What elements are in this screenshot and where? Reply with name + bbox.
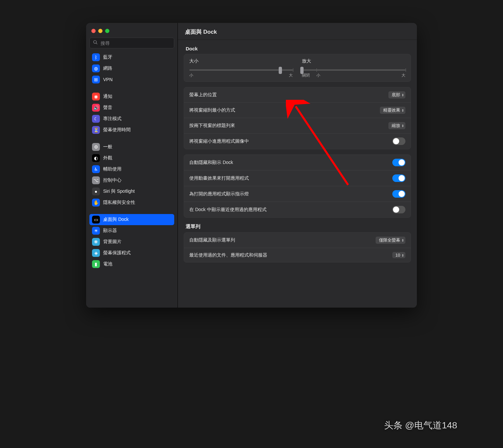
sidebar-item-label: 電池 — [103, 261, 112, 267]
sidebar: ᛒ藍牙◍網路⊞VPN◉通知🔊聲音☾專注模式⏳螢幕使用時間⚙一般◐外觀♿︎輔助使用… — [86, 23, 178, 308]
row-autohide: 自動隱藏和顯示 Dock — [184, 155, 411, 170]
autohide-label: 自動隱藏和顯示 Dock — [189, 160, 392, 166]
row-dblclick: 按兩下視窗的標題列來 縮放 ▴▾ — [184, 118, 411, 133]
magnification-slider[interactable] — [302, 69, 405, 71]
search-input[interactable] — [101, 41, 171, 46]
sidebar-item-icon: ▮ — [92, 260, 100, 268]
mag-slider-thumb[interactable] — [300, 67, 304, 74]
sidebar-item[interactable]: ⌥控制中心 — [89, 175, 174, 186]
sidebar-item[interactable]: ▮電池 — [89, 259, 174, 270]
chevron-updown-icon: ▴▾ — [401, 238, 404, 242]
sidebar-item[interactable]: ♿︎輔助使用 — [89, 164, 174, 175]
sidebar-item-icon: ⏳ — [92, 126, 100, 134]
window-controls — [89, 27, 174, 38]
sidebar-item-label: 螢幕使用時間 — [103, 127, 131, 133]
main-body: Dock 大小 小 大 — [178, 40, 417, 308]
section-dock: Dock — [184, 40, 411, 54]
size-min: 小 — [189, 73, 193, 78]
sidebar-item-label: 顯示器 — [103, 228, 117, 234]
sidebar-item-label: 桌面與 Dock — [103, 217, 129, 223]
size-max: 大 — [289, 73, 293, 78]
sidebar-item-icon: 🔊 — [92, 104, 100, 112]
recent-label: 在 Dock 中顯示最近使用過的應用程式 — [189, 207, 392, 213]
main-panel: 桌面與 Dock Dock 大小 小 大 — [178, 23, 417, 308]
minimize-button[interactable] — [98, 29, 102, 33]
sidebar-item[interactable]: ◍網路 — [89, 63, 174, 74]
into-icon-toggle[interactable] — [392, 137, 405, 145]
position-value: 底部 — [392, 92, 400, 98]
search-field[interactable] — [89, 38, 174, 48]
recent-docs-select[interactable]: 10 ▴▾ — [392, 252, 405, 258]
sidebar-item-icon: ♿︎ — [92, 165, 100, 173]
sidebar-item[interactable]: 🔊聲音 — [89, 102, 174, 113]
row-minimize: 將視窗縮到最小的方式 精靈效果 ▴▾ — [184, 102, 411, 118]
minimize-label: 將視窗縮到最小的方式 — [189, 107, 380, 113]
sidebar-item-label: 輔助使用 — [103, 166, 121, 172]
sidebar-item-label: 背景圖片 — [103, 239, 121, 245]
watermark: 头条 @电气道148 — [384, 419, 457, 432]
menubar-hide-value: 僅限全螢幕 — [379, 237, 400, 243]
sidebar-item[interactable]: ᛒ藍牙 — [89, 52, 174, 63]
close-button[interactable] — [91, 29, 96, 33]
sidebar-item-label: 一般 — [103, 144, 112, 150]
animate-toggle[interactable] — [392, 174, 405, 182]
mag-min: 小 — [316, 73, 320, 78]
sidebar-item-label: 藍牙 — [103, 54, 112, 60]
chevron-updown-icon: ▴▾ — [401, 123, 404, 128]
sidebar-item-icon: ᛒ — [92, 53, 100, 61]
sidebar-item[interactable]: ⊞VPN — [89, 74, 174, 85]
row-position: 螢幕上的位置 底部 ▴▾ — [184, 87, 411, 102]
sidebar-item[interactable]: ●Siri 與 Spotlight — [89, 186, 174, 197]
sidebar-item-label: Siri 與 Spotlight — [103, 188, 135, 194]
dock-options-panel: 螢幕上的位置 底部 ▴▾ 將視窗縮到最小的方式 精靈效果 ▴▾ 按兩下視窗的標題… — [184, 87, 411, 149]
row-animate: 使用動畫效果來打開應用程式 — [184, 170, 411, 186]
dblclick-select[interactable]: 縮放 ▴▾ — [388, 122, 405, 129]
sidebar-item[interactable]: ▭桌面與 Dock — [89, 214, 174, 225]
sidebar-item[interactable]: ⚙一般 — [89, 141, 174, 152]
sidebar-item[interactable]: ◈螢幕保護程式 — [89, 247, 174, 259]
sidebar-item[interactable]: ⏳螢幕使用時間 — [89, 124, 174, 135]
sidebar-item[interactable]: ❋背景圖片 — [89, 236, 174, 247]
mag-off: 關閉 — [302, 73, 316, 78]
sidebar-item-label: 通知 — [103, 94, 112, 99]
dock-sliders-panel: 大小 小 大 放大 — [184, 54, 411, 82]
size-slider[interactable] — [189, 69, 293, 71]
sidebar-item-icon: ☀ — [92, 227, 100, 235]
sidebar-item-icon: ⚙ — [92, 143, 100, 151]
row-into-icon: 將視窗縮小進應用程式圖像中 — [184, 133, 411, 149]
sidebar-item[interactable]: ✋隱私權與安全性 — [89, 197, 174, 208]
position-label: 螢幕上的位置 — [189, 92, 388, 98]
sidebar-item-icon: ❋ — [92, 238, 100, 246]
sidebar-list: ᛒ藍牙◍網路⊞VPN◉通知🔊聲音☾專注模式⏳螢幕使用時間⚙一般◐外觀♿︎輔助使用… — [89, 52, 174, 270]
sidebar-item-icon: ◐ — [92, 154, 100, 162]
menubar-hide-select[interactable]: 僅限全螢幕 ▴▾ — [376, 237, 405, 244]
minimize-select[interactable]: 精靈效果 ▴▾ — [380, 107, 405, 114]
sidebar-item[interactable]: ◉通知 — [89, 91, 174, 102]
sidebar-item-icon: ◉ — [92, 93, 100, 100]
chevron-updown-icon: ▴▾ — [401, 108, 404, 113]
autohide-toggle[interactable] — [392, 159, 405, 166]
indicators-toggle[interactable] — [392, 190, 405, 198]
sidebar-item[interactable]: ☀顯示器 — [89, 225, 174, 236]
settings-window: ᛒ藍牙◍網路⊞VPN◉通知🔊聲音☾專注模式⏳螢幕使用時間⚙一般◐外觀♿︎輔助使用… — [86, 23, 417, 308]
sidebar-item-icon: ⌥ — [92, 176, 100, 184]
sidebar-item-icon: ☾ — [92, 115, 100, 123]
sidebar-item-label: VPN — [103, 77, 113, 82]
magnification-slider-group: 放大 關閉 小 大 — [302, 58, 405, 78]
sidebar-item[interactable]: ☾專注模式 — [89, 113, 174, 124]
row-menubar-hide: 自動隱藏及顯示選單列 僅限全螢幕 ▴▾ — [184, 233, 411, 248]
section-menubar: 選單列 — [184, 218, 411, 232]
chevron-updown-icon: ▴▾ — [401, 93, 404, 97]
row-indicators: 為打開的應用程式顯示指示燈 — [184, 186, 411, 202]
position-select[interactable]: 底部 ▴▾ — [388, 91, 405, 99]
sidebar-item[interactable]: ◐外觀 — [89, 152, 174, 164]
recent-toggle[interactable] — [392, 206, 405, 213]
sidebar-item-label: 專注模式 — [103, 116, 121, 122]
recent-docs-value: 10 — [396, 253, 400, 258]
into-icon-label: 將視窗縮小進應用程式圖像中 — [189, 138, 392, 144]
size-slider-group: 大小 小 大 — [189, 58, 293, 78]
size-slider-thumb[interactable] — [279, 67, 282, 74]
sidebar-item-label: 隱私權與安全性 — [103, 200, 135, 206]
zoom-button[interactable] — [105, 29, 109, 33]
sidebar-item-icon: ⊞ — [92, 76, 100, 83]
